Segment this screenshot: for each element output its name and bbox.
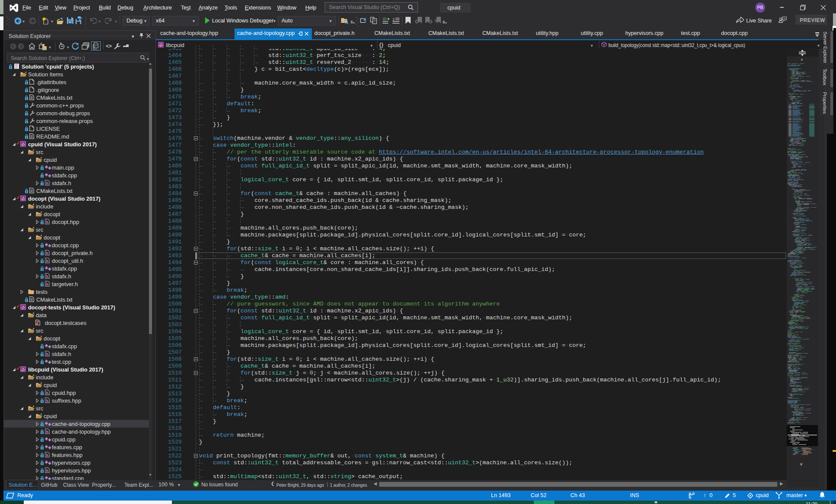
svg-text:h: h	[46, 282, 48, 287]
svg-text:h: h	[46, 469, 48, 473]
svg-text:h: h	[46, 251, 48, 255]
svg-text:h: h	[46, 274, 48, 279]
svg-text:h: h	[46, 391, 48, 395]
svg-text:h: h	[46, 399, 48, 403]
svg-text:h: h	[46, 181, 48, 186]
svg-text:h: h	[46, 453, 48, 457]
svg-text:2: 2	[393, 18, 395, 22]
svg-text:h: h	[46, 352, 48, 356]
svg-text:h: h	[46, 259, 48, 263]
svg-text:h: h	[46, 430, 48, 434]
svg-text:h: h	[46, 220, 48, 224]
